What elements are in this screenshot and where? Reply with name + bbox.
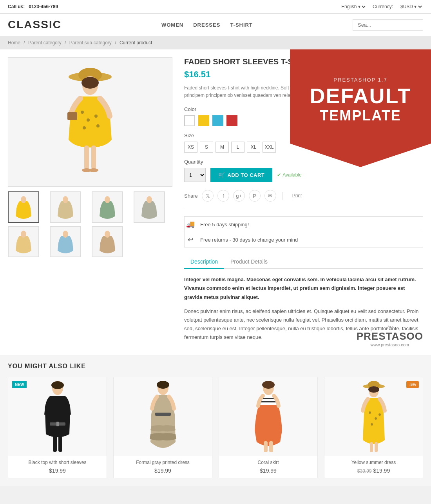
prestasoo-url: www.prestasoo.com [357, 342, 423, 347]
product-card-price-4: $39.99 $19.99 [328, 468, 419, 474]
returns-benefit: ↩ Free returns - 30 days to change your … [185, 232, 423, 247]
size-xs[interactable]: XS [184, 142, 197, 153]
check-icon: ✔ [277, 172, 281, 178]
product-detail-wrapper: FADED SHORT SLEEVES T-SHIRT $16.51 Faded… [0, 49, 431, 355]
call-us-label: Call us: [8, 4, 25, 9]
svg-rect-9 [67, 112, 77, 120]
twitter-icon[interactable]: 𝕏 [202, 190, 214, 202]
currency-select[interactable]: $USD ▾ €EUR [399, 4, 423, 10]
svg-point-8 [83, 126, 86, 129]
related-product-black-top[interactable]: NEW Black top with short sleeves $1 [8, 377, 107, 478]
thumb-7[interactable] [92, 226, 123, 257]
color-yellow[interactable] [198, 115, 209, 126]
color-white[interactable] [184, 115, 195, 126]
thumbnail-row2 [8, 226, 172, 257]
nav-dresses[interactable]: DRESSES [193, 22, 220, 28]
logo[interactable]: CLASSIC [8, 18, 62, 31]
thumb-4[interactable] [134, 191, 165, 223]
nav-tshirt[interactable]: T-SHIRT [230, 22, 253, 28]
svg-point-13 [89, 168, 98, 172]
breadcrumb-home[interactable]: Home [8, 40, 20, 45]
related-section: YOU MIGHT ALSO LIKE NEW [0, 355, 431, 486]
banner-pre-text: PRESTASHOP 1.7 [333, 77, 387, 83]
breadcrumb-sep3: / [115, 40, 116, 45]
color-blue[interactable] [212, 115, 223, 126]
return-icon: ↩ [185, 235, 196, 244]
banner-main-text: DEFAULT [310, 84, 411, 107]
svg-rect-10 [84, 146, 89, 169]
language-select[interactable]: English ▾ French [340, 4, 367, 10]
yellow-dress-svg [354, 379, 393, 454]
add-to-cart-label: ADD TO CART [228, 172, 265, 178]
badge-new: NEW [12, 381, 27, 388]
thumb-3[interactable] [92, 191, 123, 223]
breadcrumb-sub[interactable]: Parent sub-category [69, 40, 112, 45]
nav-women[interactable]: WOMEN [161, 22, 183, 28]
svg-point-42 [378, 413, 381, 416]
thumb-2[interactable] [50, 191, 81, 223]
product-card-body-1: Black top with short sleeves $19.99 [8, 456, 107, 478]
product-card-name-2: Formal gray printed dress [118, 460, 208, 465]
svg-point-39 [368, 386, 379, 393]
svg-point-6 [94, 115, 98, 118]
share-divider [282, 192, 283, 200]
main-product-image[interactable] [8, 57, 172, 187]
size-l[interactable]: L [231, 142, 244, 153]
main-nav: WOMEN DRESSES T-SHIRT [161, 22, 253, 28]
thumb-1[interactable] [8, 191, 39, 223]
color-red[interactable] [226, 115, 237, 126]
size-s[interactable]: S [200, 142, 213, 153]
search-input[interactable] [353, 19, 423, 31]
breadcrumb: Home / Parent category / Parent sub-cate… [0, 36, 431, 49]
related-product-yellow-dress[interactable]: -5% [324, 377, 423, 478]
available-text: Available [283, 172, 301, 178]
size-xl[interactable]: XL [247, 142, 260, 153]
related-product-formal-dress[interactable]: Formal gray printed dress $19.99 [113, 377, 212, 478]
svg-point-31 [262, 381, 275, 389]
googleplus-icon[interactable]: g+ [233, 190, 245, 202]
thumb-5[interactable] [8, 226, 39, 257]
tab-description[interactable]: Description [184, 255, 224, 269]
quantity-row: 1 2 3 🛒 ADD TO CART ✔ Available [184, 168, 423, 182]
facebook-icon[interactable]: f [217, 190, 229, 202]
print-link[interactable]: Print [292, 193, 302, 198]
old-price-4: $39.99 [357, 468, 372, 474]
svg-rect-11 [91, 146, 96, 169]
pinterest-icon[interactable]: P [249, 190, 261, 202]
svg-rect-44 [370, 442, 373, 452]
phone-info: Call us: 0123-456-789 [8, 4, 58, 9]
svg-rect-35 [269, 441, 273, 452]
size-m[interactable]: M [216, 142, 229, 153]
quantity-select[interactable]: 1 2 3 [184, 168, 206, 182]
svg-point-43 [371, 423, 373, 426]
svg-point-5 [87, 118, 90, 122]
tab-product-details[interactable]: Product Details [224, 255, 274, 269]
shipping-benefit: 🚚 Free 5 days shipping! [185, 217, 423, 232]
related-product-coral-skirt[interactable]: Coral skirt $19.99 [219, 377, 318, 478]
product-card-body-2: Formal gray printed dress $19.99 [114, 456, 212, 478]
svg-point-19 [63, 231, 68, 238]
thumb-5-img [12, 228, 35, 255]
product-card-name-1: Black top with short sleeves [12, 460, 103, 465]
black-top-svg [38, 379, 77, 454]
svg-rect-45 [375, 442, 378, 452]
svg-point-15 [63, 196, 68, 203]
thumb-6[interactable] [50, 226, 81, 257]
header: CLASSIC WOMEN DRESSES T-SHIRT [0, 14, 431, 36]
tabs-nav: Description Product Details [184, 255, 423, 269]
add-to-cart-button[interactable]: 🛒 ADD TO CART [210, 168, 272, 182]
svg-rect-33 [260, 401, 277, 402]
breadcrumb-current: Current product [120, 40, 152, 45]
breadcrumb-parent[interactable]: Parent category [28, 40, 62, 45]
size-xxl[interactable]: XXL [263, 142, 276, 153]
share-row: Share 𝕏 f g+ P ✉ Print [184, 190, 423, 208]
email-icon[interactable]: ✉ [264, 190, 276, 202]
svg-point-14 [21, 196, 26, 203]
badge-sale: -5% [406, 381, 419, 388]
product-card-image-4 [324, 377, 423, 456]
svg-point-18 [21, 231, 26, 238]
red-banner: PRESTASHOP 1.7 DEFAULT TEMPLATE [290, 49, 431, 167]
product-card-image-2 [114, 377, 212, 456]
related-products-grid: NEW Black top with short sleeves $1 [8, 377, 423, 478]
cart-icon: 🛒 [218, 172, 225, 178]
